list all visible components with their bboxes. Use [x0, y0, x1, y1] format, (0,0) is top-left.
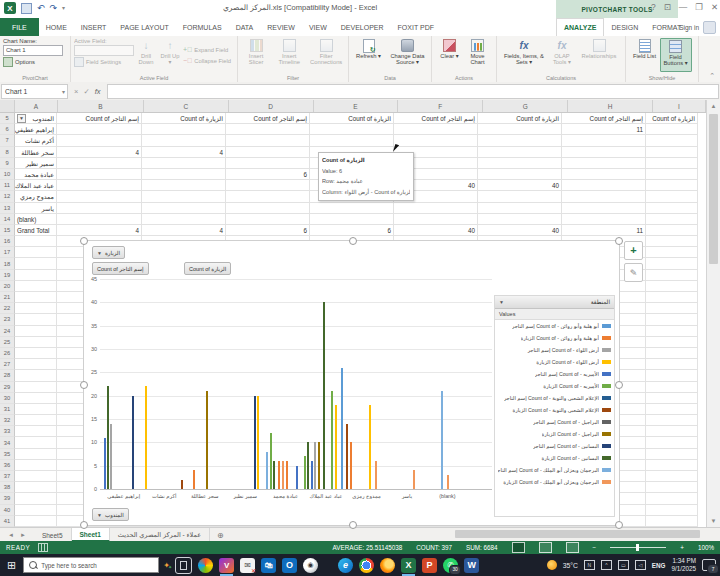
cell-A15[interactable]: Grand Total: [15, 225, 57, 236]
row-header-37[interactable]: 37: [0, 471, 15, 482]
row-header-11[interactable]: 11: [0, 180, 15, 191]
cell-A27[interactable]: [15, 359, 57, 370]
chart-handle[interactable]: [615, 381, 623, 389]
cell-G14[interactable]: [478, 214, 562, 225]
legend-entry[interactable]: الأميريه - Count of الزيارة: [495, 380, 614, 392]
select-all-corner[interactable]: [0, 100, 15, 112]
row-header-31[interactable]: 31: [0, 404, 15, 415]
sheet-tab-Sheet1[interactable]: Sheet1: [72, 528, 110, 542]
cell-H11[interactable]: [562, 180, 646, 191]
cell-I31[interactable]: [646, 404, 698, 415]
tab-review[interactable]: REVIEW: [260, 18, 302, 36]
relationships-button[interactable]: Relationships: [579, 38, 619, 72]
cell-C7[interactable]: [142, 135, 226, 146]
cell-A35[interactable]: [15, 449, 57, 460]
insert-function-icon[interactable]: fx: [95, 87, 101, 96]
legend-entry[interactable]: البساتين - Count of الزيارة: [495, 452, 614, 464]
cell-B10[interactable]: [57, 169, 142, 180]
whatsapp-icon[interactable]: ✆30: [443, 558, 458, 573]
cell-C8[interactable]: 4: [142, 147, 226, 158]
scroll-down-icon[interactable]: ▼: [707, 515, 720, 527]
cell-B14[interactable]: [57, 214, 142, 225]
cell-A9[interactable]: سمير نظير: [15, 158, 57, 169]
chart-bar[interactable]: [104, 438, 106, 489]
cell-C15[interactable]: 4: [142, 225, 226, 236]
cell-D15[interactable]: 6: [226, 225, 310, 236]
cell-I12[interactable]: [646, 191, 698, 202]
cell-B8[interactable]: 4: [57, 147, 142, 158]
chart-handle[interactable]: [349, 521, 357, 529]
collapse-ribbon-icon[interactable]: ⌃: [709, 72, 715, 80]
chart-bar[interactable]: [206, 391, 208, 489]
vertical-scrollbar[interactable]: ▲ ▼: [706, 100, 720, 527]
cell-H5[interactable]: Count of إسم التاجر: [562, 113, 646, 124]
cell-I35[interactable]: [646, 449, 698, 460]
expand-field-button[interactable]: +⃞Expand Field: [183, 46, 231, 53]
chart-elements-button[interactable]: +: [624, 241, 643, 260]
zoom-slider[interactable]: [610, 547, 666, 548]
name-box-dropdown-icon[interactable]: ▾: [62, 88, 67, 95]
cell-C12[interactable]: [142, 191, 226, 202]
chart-bar[interactable]: [346, 424, 348, 489]
cell-I25[interactable]: [646, 337, 698, 348]
cell-C5[interactable]: Count of الزيارة: [142, 113, 226, 124]
cell-B15[interactable]: 4: [57, 225, 142, 236]
save-icon[interactable]: [21, 3, 32, 14]
zoom-in-icon[interactable]: +: [680, 544, 684, 551]
taskbar-search[interactable]: Type here to search: [23, 557, 159, 573]
notification-center-icon[interactable]: 7: [702, 559, 716, 571]
row-header-29[interactable]: 29: [0, 382, 15, 393]
column-header-D[interactable]: D: [229, 100, 314, 112]
row-header-33[interactable]: 33: [0, 426, 15, 437]
cell-D6[interactable]: [226, 124, 310, 135]
row-header-18[interactable]: 18: [0, 258, 15, 269]
chart-handle[interactable]: [80, 381, 88, 389]
cell-D12[interactable]: [226, 191, 310, 202]
cell-E14[interactable]: [310, 214, 394, 225]
cell-I39[interactable]: [646, 493, 698, 504]
excel-taskbar-icon[interactable]: X: [401, 558, 416, 573]
cell-I21[interactable]: [646, 292, 698, 303]
clear-button[interactable]: Clear ▾: [438, 38, 462, 72]
cell-B5[interactable]: Count of إسم التاجر: [57, 113, 142, 124]
row-header-38[interactable]: 38: [0, 482, 15, 493]
cell-I30[interactable]: [646, 393, 698, 404]
legend-entry[interactable]: أرض اللواء - Count of إسم التاجر: [495, 344, 614, 356]
cell-I23[interactable]: [646, 314, 698, 325]
cell-I40[interactable]: [646, 505, 698, 516]
row-header-24[interactable]: 24: [0, 326, 15, 337]
cell-A28[interactable]: [15, 370, 57, 381]
page-layout-view-button[interactable]: [539, 542, 552, 553]
cell-H14[interactable]: [562, 214, 646, 225]
cell-I22[interactable]: [646, 303, 698, 314]
chart-bar[interactable]: [331, 391, 333, 489]
chart-bar[interactable]: [318, 442, 320, 489]
cell-A14[interactable]: (blank): [15, 214, 57, 225]
sheet-tab-Sheet5[interactable]: Sheet5: [34, 528, 72, 542]
chart-handle[interactable]: [615, 521, 623, 529]
move-chart-button[interactable]: Move Chart: [465, 38, 491, 72]
scroll-up-icon[interactable]: ▲: [707, 100, 720, 112]
tab-view[interactable]: VIEW: [302, 18, 334, 36]
chart-bar[interactable]: [181, 480, 183, 489]
cell-I37[interactable]: [646, 471, 698, 482]
cell-G10[interactable]: [478, 169, 562, 180]
row-header-34[interactable]: 34: [0, 437, 15, 448]
cell-C6[interactable]: [142, 124, 226, 135]
cell-A34[interactable]: [15, 437, 57, 448]
row-header-35[interactable]: 35: [0, 449, 15, 460]
cell-C9[interactable]: [142, 158, 226, 169]
cell-A22[interactable]: [15, 303, 57, 314]
chart-bar[interactable]: [273, 461, 275, 489]
cell-G9[interactable]: [478, 158, 562, 169]
legend-entry[interactable]: البرجمان ويعزلن أبو الملك - Count of إسم…: [495, 464, 614, 476]
legend-entry[interactable]: الإعلام الشعبي والتوبة - Count of الزيار…: [495, 404, 614, 416]
chart-bar[interactable]: [296, 466, 298, 489]
chart-bar[interactable]: [441, 391, 443, 489]
start-button[interactable]: ⊞: [7, 559, 16, 572]
horizontal-scroll-thumb[interactable]: [455, 530, 700, 538]
cell-I15[interactable]: [646, 225, 698, 236]
cell-A24[interactable]: [15, 326, 57, 337]
cell-D11[interactable]: [226, 180, 310, 191]
chart-bar[interactable]: [257, 396, 259, 489]
